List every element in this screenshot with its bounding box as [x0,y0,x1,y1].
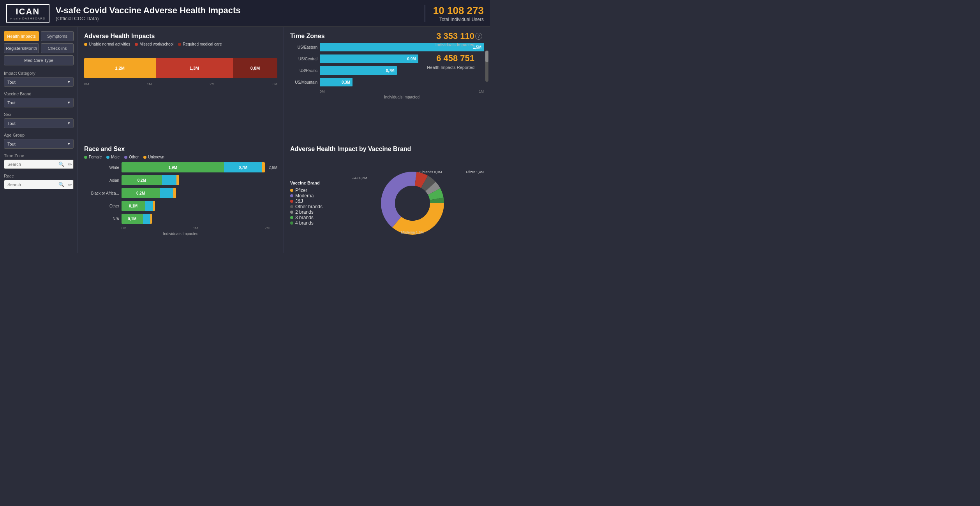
header-title-area: V-safe Covid Vaccine Adverse Health Impa… [56,5,425,21]
legend-dot-male [106,156,109,159]
filter-sex-select[interactable]: Tout ▾ [4,118,74,128]
race-bar-na: 0,1M [122,214,152,224]
filter-time-zone-wrap: 🔍 ✏ [4,160,74,169]
race-seg-na-male [143,214,151,224]
race-row-asian: Asian 0,2M [84,175,277,185]
axis-2m: 2M [210,82,215,86]
tz-axis-label: Individuals Impacted [290,95,484,99]
vl-2brands: 2 brands [290,209,337,215]
race-label-na: N/A [84,217,119,221]
clear-icon-race[interactable]: ✏ [68,182,72,188]
header: ICAN v-safe DASHBOARD V-safe Covid Vacci… [0,0,490,27]
filter-time-zone-label: Time Zone [4,153,74,158]
logo-sub-text: v-safe DASHBOARD [10,17,46,20]
race-chart: White 1,9M 0,7M 2,6M Asian [84,162,277,224]
callout-3brands: 3 brands 0,0M [419,170,442,174]
legend-label-male: Male [111,155,120,159]
vl-dot-moderna [290,194,293,197]
total-users-number: 10 108 273 [433,5,484,17]
scrollbar[interactable] [485,51,488,82]
tz-value-pacific: 0,7M [386,69,395,73]
filter-age-group-value: Tout [7,142,16,146]
nav-btn-health-impacts[interactable]: Health Impacts [4,31,39,41]
legend-unknown: Unknown [143,155,164,159]
adverse-health-impacts-legend: Unable normal activities Missed work/sch… [84,42,277,46]
tz-bar-wrap-mountain: 0,3M [320,78,484,86]
axis-1m: 1M [147,82,152,86]
nav-btn-symptoms[interactable]: Symptoms [41,31,74,41]
legend-label-other: Other [129,155,139,159]
sidebar: Health Impacts Symptoms Registers/Month … [0,27,78,253]
legend-dot-unable [84,43,87,46]
axis-0m: 0M [84,82,89,86]
bar-seg-required: 0,8M [233,58,277,78]
panel-vaccine-brand: Adverse Health Impact by Vaccine Brand V… [284,140,490,253]
race-row-black: Black or Africa... 0,2M [84,188,277,198]
search-icon-timezone: 🔍 [58,162,64,167]
bar-seg-missed: 1,3M [156,58,233,78]
vl-dot-jj [290,200,293,203]
vl-4brands: 4 brands [290,220,337,226]
tz-label-pacific: US/Pacific [290,69,317,73]
race-row-white: White 1,9M 0,7M 2,6M [84,162,277,172]
race-seg-black-unknown [173,188,176,198]
vl-3brands: 3 brands [290,215,337,220]
vl-jj: J&J [290,199,337,204]
filter-race-label: Race [4,174,74,178]
panel-race-sex: Race and Sex Female Male Other Unknown [78,140,284,253]
vl-label-moderna: Moderna [295,193,314,199]
tz-label-central: US/Central [290,57,317,61]
stats-area: 3 353 110 Individuals Impacted 6 458 751… [427,31,482,70]
legend-label-unable: Unable normal activities [89,42,130,46]
race-sex-title: Race and Sex [84,146,277,153]
nav-btn-check-ins[interactable]: Check-ins [41,43,74,53]
adverse-stacked-bar: 1,2M 1,3M 0,8M [84,58,277,78]
race-seg-black-male [160,188,173,198]
filter-vaccine-brand-select[interactable]: Tout ▾ [4,98,74,107]
nav-btn-registers-month[interactable]: Registers/Month [4,43,39,53]
chevron-down-icon-3: ▾ [68,121,70,126]
filter-impact-category-select[interactable]: Tout ▾ [4,77,74,87]
legend-label-required: Required medical care [183,42,222,46]
callout-pfizer: Pfizer 1,4M [466,170,484,174]
adverse-axis-labels: 0M 1M 2M 3M [84,81,277,86]
filter-race-wrap: 🔍 ✏ [4,180,74,189]
race-axis-2m: 2M [264,226,270,230]
legend-other: Other [124,155,139,159]
race-row-na: N/A 0,1M [84,214,277,224]
chevron-down-icon-2: ▾ [68,100,70,105]
donut-chart-area: Pfizer 1,4M Moderna 1,6M J&J 0,2M 3 bran… [341,168,484,238]
header-total-users: 10 108 273 Total Individual Users [425,5,484,22]
stat-individuals-impacted-number: 3 353 110 [427,31,474,41]
tz-label-eastern: US/Eastern [290,45,317,49]
legend-dot-other [124,156,127,159]
clear-icon-timezone[interactable]: ✏ [68,162,72,167]
legend-label-female: Female [89,155,102,159]
vl-label-3brands: 3 brands [295,215,314,220]
race-seg-other-unknown [153,201,155,211]
filter-age-group-select[interactable]: Tout ▾ [4,139,74,149]
nav-btn-med-care-type[interactable]: Med Care Type [4,55,74,65]
race-axis-1m: 1M [193,226,198,230]
race-label-other: Other [84,204,119,208]
tz-axis-1m: 1M [479,90,484,93]
race-seg-white-female: 1,9M [122,162,224,172]
race-seg-white-male: 0,7M [224,162,262,172]
vl-dot-other-brands [290,205,293,208]
stat-health-impacts-label: Health Impacts Reported [427,65,474,70]
race-bar-asian: 0,2M [122,175,179,185]
axis-3m: 3M [272,82,277,86]
filter-impact-category-value: Tout [7,80,16,84]
race-seg-white-unknown [262,162,265,172]
race-bar-black: 0,2M [122,188,176,198]
race-bar-other: 0,1M [122,201,155,211]
race-bar-white: 1,9M 0,7M [122,162,265,172]
tz-label-mountain: US/Mountain [290,80,317,84]
legend-female: Female [84,155,102,159]
vaccine-brand-title: Adverse Health Impact by Vaccine Brand [290,146,484,153]
race-axis-label: Individuals Impacted [84,232,277,236]
total-users-label: Total Individual Users [433,17,484,22]
vl-dot-2brands [290,211,293,214]
tz-bar-mountain: 0,3M [320,78,353,86]
filter-vaccine-brand-value: Tout [7,100,16,105]
